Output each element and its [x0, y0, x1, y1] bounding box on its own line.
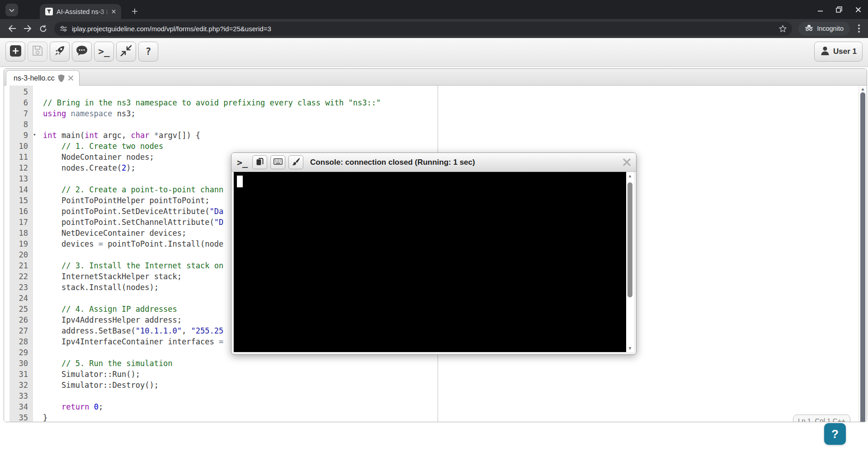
- copy-icon: [256, 157, 264, 168]
- code-text: // 2. Create a point-to-point chann: [33, 185, 223, 194]
- url-text[interactable]: iplay.projectguideline.com/mod/vpl/forms…: [72, 25, 775, 33]
- line-number: 19: [4, 239, 33, 248]
- line-number: 13: [4, 174, 33, 183]
- code-line[interactable]: 8: [4, 119, 437, 130]
- collapse-button[interactable]: [116, 42, 136, 62]
- line-number: 20: [4, 250, 33, 259]
- console-header[interactable]: >_ Console: connection closed (Running: …: [231, 153, 636, 172]
- code-line[interactable]: 32 Simulator::Destroy();: [4, 380, 437, 391]
- scroll-up-icon[interactable]: ▲: [859, 86, 867, 91]
- line-number: 27: [4, 326, 33, 335]
- console-dialog[interactable]: >_ Console: connection closed (Running: …: [231, 152, 637, 355]
- line-number: 26: [4, 315, 33, 324]
- save-button[interactable]: [28, 42, 47, 62]
- file-tab[interactable]: ns-3-hello.cc: [6, 70, 80, 86]
- file-tab-close-icon[interactable]: [68, 75, 74, 82]
- code-line[interactable]: 6// Bring in the ns3 namespace to avoid …: [4, 97, 437, 108]
- browser-menu-icon[interactable]: [854, 22, 863, 35]
- bookmark-star-icon[interactable]: [779, 25, 787, 33]
- help-button[interactable]: ?: [138, 42, 158, 62]
- rocket-icon: [53, 44, 66, 59]
- line-number: 7: [4, 109, 33, 118]
- line-number: 18: [4, 229, 33, 238]
- cursor-status-badge: Ln 1, Col 1 C++: [793, 415, 850, 422]
- line-number: 15: [4, 196, 33, 205]
- line-number: 10: [4, 142, 33, 151]
- console-scroll-down-icon[interactable]: ▼: [626, 346, 634, 351]
- url-omnibox[interactable]: iplay.projectguideline.com/mod/vpl/forms…: [54, 22, 792, 36]
- clear-console-button[interactable]: [288, 155, 303, 169]
- site-info-icon[interactable]: [60, 25, 67, 32]
- code-text: nodes.Create(2);: [33, 163, 136, 172]
- new-file-icon: [9, 45, 22, 59]
- keyboard-button[interactable]: [270, 155, 285, 169]
- console-button[interactable]: >_: [94, 42, 114, 62]
- reload-icon[interactable]: [35, 21, 51, 36]
- line-number: 33: [4, 391, 33, 400]
- code-line[interactable]: 10 // 1. Create two nodes: [4, 141, 437, 152]
- browser-tab[interactable]: AI-Assisted ns-3 Learning: [40, 4, 121, 19]
- code-text: InternetStackHelper stack;: [33, 272, 182, 281]
- code-line[interactable]: 7using namespace ns3;: [4, 108, 437, 119]
- restore-icon[interactable]: [833, 3, 845, 16]
- code-line[interactable]: 5: [4, 86, 437, 97]
- fold-arrow-icon[interactable]: ▾: [33, 132, 36, 138]
- site-favicon-icon: [45, 8, 53, 15]
- help-fab-button[interactable]: ?: [824, 423, 846, 445]
- copy-button[interactable]: [252, 155, 267, 169]
- code-text: pointToPoint.SetChannelAttribute("D: [33, 218, 223, 227]
- line-number: 16: [4, 207, 33, 216]
- console-scrollbar[interactable]: ▲ ▼: [626, 172, 634, 352]
- close-window-icon[interactable]: [852, 3, 864, 16]
- editor-scrollbar[interactable]: ▲ ▼: [859, 86, 867, 422]
- code-text: }: [33, 413, 47, 422]
- tab-search-button[interactable]: [5, 4, 18, 16]
- line-number: 29: [4, 348, 33, 357]
- console-terminal-icon: >_: [237, 157, 248, 168]
- incognito-label: Incognito: [817, 25, 844, 32]
- forward-icon[interactable]: [20, 21, 35, 36]
- window-controls: [814, 0, 864, 19]
- line-number: 17: [4, 218, 33, 227]
- code-text: pointToPoint.SetDeviceAttribute("Da: [33, 207, 223, 216]
- scroll-down-icon[interactable]: ▼: [859, 416, 867, 421]
- code-line[interactable]: 30 // 5. Run the simulation: [4, 358, 437, 369]
- console-terminal-body[interactable]: ▲ ▼: [234, 172, 634, 352]
- console-scrollbar-thumb[interactable]: [627, 182, 632, 297]
- code-line[interactable]: 34 return 0;: [4, 401, 437, 412]
- line-number: 14: [4, 185, 33, 194]
- question-icon: ?: [146, 46, 151, 57]
- browser-tab-strip: AI-Assisted ns-3 Learning: [0, 0, 868, 19]
- console-scroll-up-icon[interactable]: ▲: [626, 173, 634, 178]
- keyboard-icon: [274, 158, 283, 167]
- user-menu-button[interactable]: User 1: [814, 42, 863, 62]
- comments-button[interactable]: [72, 42, 92, 62]
- new-file-button[interactable]: [5, 42, 25, 62]
- code-text: devices = pointToPoint.Install(node: [33, 239, 223, 248]
- tab-close-icon[interactable]: [109, 8, 118, 16]
- line-number: 12: [4, 163, 33, 172]
- line-number: 11: [4, 152, 33, 162]
- terminal-icon: >_: [98, 46, 109, 57]
- code-text: // Bring in the ns3 namespace to avoid p…: [33, 98, 381, 107]
- plus-icon: [132, 5, 138, 17]
- console-close-icon[interactable]: [623, 158, 631, 166]
- line-number: 8: [4, 120, 33, 129]
- code-line[interactable]: 31 Simulator::Run();: [4, 369, 437, 380]
- code-text: NetDeviceContainer devices;: [33, 229, 186, 238]
- code-line[interactable]: 9▾int main(int argc, char *argv[]) {: [4, 130, 437, 141]
- editor-scrollbar-thumb[interactable]: [860, 92, 865, 422]
- line-number: 34: [4, 402, 33, 411]
- run-button[interactable]: [50, 42, 70, 62]
- code-line[interactable]: 35}: [4, 412, 437, 422]
- back-icon[interactable]: [5, 21, 20, 36]
- user-icon: [820, 46, 830, 58]
- code-text: using namespace ns3;: [33, 109, 136, 118]
- minimize-icon[interactable]: [814, 3, 826, 16]
- code-text: // 3. Install the Internet stack on: [33, 261, 223, 270]
- code-text: int main(int argc, char *argv[]) {: [33, 131, 200, 140]
- line-number: 35: [4, 413, 33, 422]
- code-line[interactable]: 33: [4, 391, 437, 401]
- new-tab-button[interactable]: [128, 5, 141, 18]
- line-number: 30: [4, 359, 33, 368]
